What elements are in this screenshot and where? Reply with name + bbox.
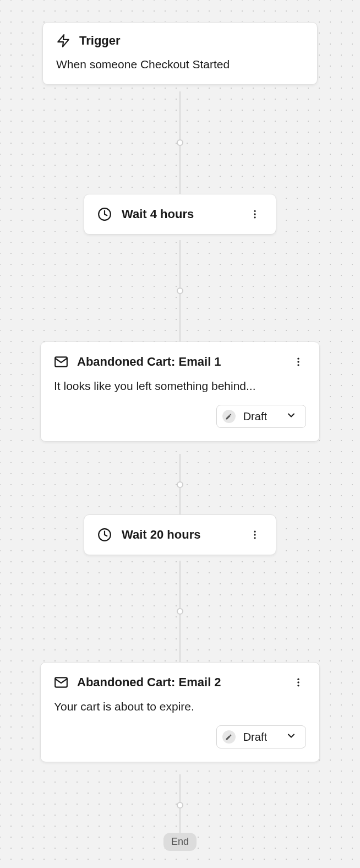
more-menu-button[interactable] bbox=[291, 675, 306, 690]
svg-point-10 bbox=[254, 531, 255, 533]
svg-point-6 bbox=[297, 358, 299, 360]
trigger-title: Trigger bbox=[79, 34, 121, 48]
wait-label: Wait 4 hours bbox=[122, 207, 247, 221]
wait-step[interactable]: Wait 20 hours bbox=[84, 514, 276, 555]
connector-dot bbox=[177, 608, 183, 615]
wait-step[interactable]: Wait 4 hours bbox=[84, 194, 276, 235]
svg-marker-0 bbox=[58, 35, 69, 47]
email-step[interactable]: Abandoned Cart: Email 2 Your cart is abo… bbox=[40, 662, 320, 762]
status-dropdown[interactable]: Draft bbox=[216, 725, 306, 748]
pencil-icon bbox=[222, 730, 236, 744]
status-dropdown[interactable]: Draft bbox=[216, 405, 306, 428]
connector-dot bbox=[177, 287, 183, 294]
email-icon bbox=[54, 355, 68, 369]
trigger-card[interactable]: Trigger When someone Checkout Started bbox=[42, 22, 318, 85]
more-menu-button[interactable] bbox=[247, 527, 263, 542]
email-description: Your cart is about to expire. bbox=[54, 700, 306, 713]
chevron-down-icon bbox=[286, 730, 297, 744]
more-menu-button[interactable] bbox=[291, 354, 306, 370]
svg-point-7 bbox=[297, 361, 299, 362]
svg-point-3 bbox=[254, 213, 255, 215]
svg-point-4 bbox=[254, 216, 255, 218]
connector-dot bbox=[177, 481, 183, 488]
svg-point-14 bbox=[297, 679, 299, 680]
chevron-down-icon bbox=[286, 410, 297, 423]
email-description: It looks like you left something behind.… bbox=[54, 379, 306, 393]
pencil-icon bbox=[222, 410, 236, 423]
email-title: Abandoned Cart: Email 1 bbox=[77, 355, 282, 369]
svg-point-16 bbox=[297, 685, 299, 686]
email-icon bbox=[54, 675, 68, 690]
email-title: Abandoned Cart: Email 2 bbox=[77, 675, 282, 690]
status-label: Draft bbox=[243, 731, 267, 744]
svg-point-15 bbox=[297, 681, 299, 683]
clock-icon bbox=[97, 207, 112, 221]
wait-label: Wait 20 hours bbox=[122, 528, 247, 542]
more-menu-button[interactable] bbox=[247, 207, 263, 222]
trigger-description: When someone Checkout Started bbox=[56, 58, 304, 71]
svg-point-12 bbox=[254, 537, 255, 539]
svg-point-8 bbox=[297, 364, 299, 366]
connector-dot bbox=[177, 139, 183, 146]
lightning-icon bbox=[56, 34, 70, 48]
svg-point-11 bbox=[254, 534, 255, 535]
email-step[interactable]: Abandoned Cart: Email 1 It looks like yo… bbox=[40, 341, 320, 442]
status-label: Draft bbox=[243, 410, 267, 423]
connector-dot bbox=[177, 802, 183, 809]
svg-point-2 bbox=[254, 210, 255, 212]
clock-icon bbox=[97, 528, 112, 542]
end-node: End bbox=[163, 833, 197, 851]
